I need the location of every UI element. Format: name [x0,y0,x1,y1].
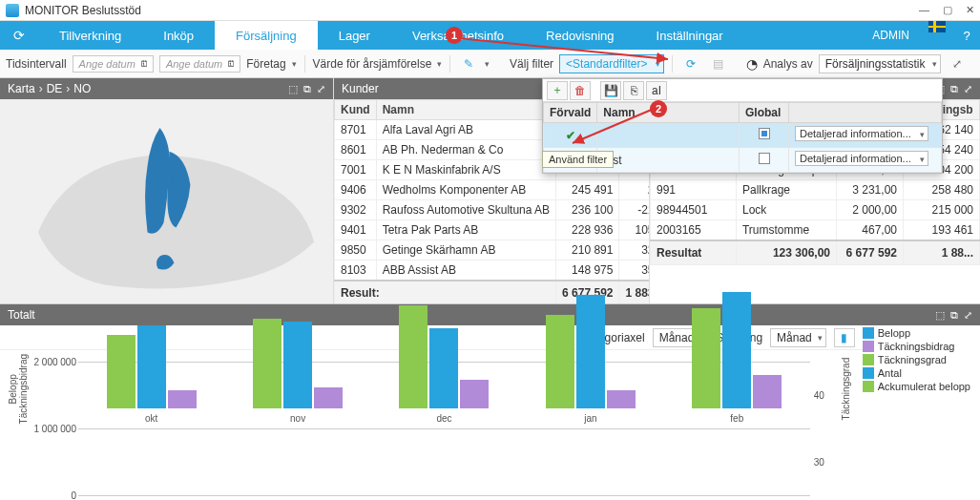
jamforelse-label: Värde för årsjämförelse [313,57,432,71]
gauge-icon[interactable]: ◔ [746,56,758,72]
titlebar: MONITOR Beslutsstöd — ▢ ✕ [0,0,980,21]
totalt-tool-2[interactable]: ⧉ [950,309,958,322]
filter-row[interactable]: ✔ Detaljerad information...▾ [544,123,942,148]
map-crumb-de[interactable]: DE [47,82,63,95]
help-icon[interactable]: ? [953,21,980,50]
table-row[interactable]: 8103ABB Assist AB148 97535 720 [335,260,650,281]
map-body[interactable] [0,99,333,303]
bar[interactable] [460,380,489,408]
map-crumb-no[interactable]: NO [73,82,91,95]
filter-rename-icon[interactable]: aI [646,81,667,100]
global-checkbox[interactable] [759,128,770,139]
map-panel: Karta › DE › NO ⬚ ⧉ ⤢ [0,78,334,303]
close-icon[interactable]: ✕ [966,4,974,16]
fp-col-global[interactable]: Global [740,103,789,123]
chart-legend: BeloppTäckningsbidragTäckningsgradAntalA… [863,325,980,424]
kunder-tool-3[interactable]: ⤢ [964,83,972,95]
col-kund[interactable]: Kund [335,100,377,120]
filter-copy-icon[interactable]: ⎘ [623,81,644,100]
bar[interactable] [753,375,782,408]
filter-delete-icon[interactable]: 🗑 [570,81,591,100]
bar[interactable] [576,295,605,408]
nav-tab-lager[interactable]: Lager [318,21,391,50]
bar[interactable] [253,319,281,409]
result-label: Result: [335,281,556,303]
tidsintervall-label: Tidsintervall [6,57,67,71]
col-namn[interactable]: Namn [376,100,555,120]
map-tool-3[interactable]: ⤢ [317,83,325,95]
table-row[interactable]: 9850Getinge Skärhamn AB210 89132 697 [335,240,650,260]
analys-dropdown[interactable]: Försäljningsstatistik▾ [819,54,942,73]
bar[interactable] [607,390,636,409]
bar[interactable] [546,315,574,408]
kunder-tool-2[interactable]: ⧉ [950,83,958,95]
bar[interactable] [399,305,427,409]
date-from-input[interactable]: Ange datum🗓 [73,55,154,73]
minimize-icon[interactable]: — [919,4,929,16]
flag-icon[interactable] [928,21,946,32]
fp-col-forvald[interactable]: Förvald [544,103,597,123]
detail-dropdown[interactable]: Detaljerad information...▾ [795,126,928,141]
right-result-label: Resultat [651,240,737,265]
bar[interactable] [137,325,166,409]
nav-tab-redovisning[interactable]: Redovisning [525,21,636,50]
nav-tab-inställningar[interactable]: Inställningar [636,21,744,50]
y-axis-label: BeloppTäckningsbidrag [6,354,31,424]
valj-filter-label: Välj filter [510,57,553,71]
map-tool-1[interactable]: ⬚ [288,83,298,95]
table-row[interactable]: 9401Tetra Pak Parts AB228 936105 991 [335,220,650,240]
legend-item[interactable]: Ackumulerat belopp [863,381,970,392]
top-nav: ⟳ TillverkningInköpFörsäljningLagerVerks… [0,21,980,50]
kunder-panel: Kunder ⬚ ⧉ ⤢ Kund Namn B... [334,78,980,303]
bar[interactable] [314,387,343,408]
map-title: Karta [8,82,35,95]
nav-tab-verksamhetsinfo[interactable]: Verksamhetsinfo [391,21,525,50]
chart-type-icon[interactable]: ▮ [834,328,855,347]
totalt-title: Totalt [8,308,35,322]
legend-item[interactable]: Antal [863,367,970,379]
nav-tab-inköp[interactable]: Inköp [142,21,215,50]
y2-axis-label: Täckningsgrad [839,354,853,424]
refresh-button[interactable]: ⟳ [0,21,38,50]
chart-plot[interactable]: 01 000 0002 000 0003040oktnovdecjanfeb [31,354,839,424]
fp-col-detail[interactable] [789,103,942,123]
map-tool-2[interactable]: ⧉ [303,83,311,95]
table-row[interactable]: 2003165Trumstomme467,00193 461 [651,220,980,241]
filter-dropdown[interactable]: <Standardfilter>▾ [559,54,664,73]
filter-tooltip: Använd filter [542,151,614,168]
bar[interactable] [107,335,136,408]
date-to-input[interactable]: Ange datum🗓 [159,55,240,73]
filter-add-icon[interactable]: ＋ [547,81,568,100]
document-icon[interactable]: ▤ [707,53,728,74]
refresh-filter-icon[interactable]: ⟳ [680,53,701,74]
nav-tab-tillverkning[interactable]: Tillverkning [38,21,142,50]
detail-dropdown[interactable]: Detaljerad information...▾ [795,151,928,166]
totalt-tool-1[interactable]: ⬚ [935,309,945,322]
kunder-title: Kunder [342,82,379,95]
legend-item[interactable]: Täckningsgrad [863,354,970,365]
expand-icon[interactable]: ⤢ [947,53,968,74]
admin-label[interactable]: ADMIN [861,21,921,50]
edit-icon[interactable]: ✎ [458,53,479,74]
check-icon[interactable]: ✔ [566,129,575,142]
nav-tab-försäljning[interactable]: Försäljning [215,21,318,50]
bar[interactable] [429,328,458,408]
bar[interactable] [722,292,751,409]
bar[interactable] [283,322,312,408]
bar[interactable] [168,390,197,409]
totalt-tool-3[interactable]: ⤢ [964,309,972,322]
totalt-panel: Totalt ⬚ ⧉ ⤢ Kategoriaxel Månad▾ Sorteri… [0,303,980,500]
table-row[interactable]: 9302Raufoss Automotive Skultuna AB236 10… [335,200,650,220]
filter-save-icon[interactable]: 💾 [600,81,621,100]
fp-col-namn[interactable]: Namn [597,103,740,123]
table-row[interactable]: 991Pallkrage3 231,00258 480 [651,180,980,200]
global-checkbox[interactable] [759,153,770,164]
table-row[interactable]: 9406Wedholms Komponenter AB245 4912 679 [335,180,650,200]
legend-item[interactable]: Täckningsbidrag [863,341,970,352]
foretag-label: Företag [246,57,285,71]
app-icon [6,4,19,17]
legend-item[interactable]: Belopp [863,327,970,339]
bar[interactable] [692,308,720,408]
maximize-icon[interactable]: ▢ [943,4,952,16]
table-row[interactable]: 98944501Lock2 000,00215 000 [651,200,980,220]
